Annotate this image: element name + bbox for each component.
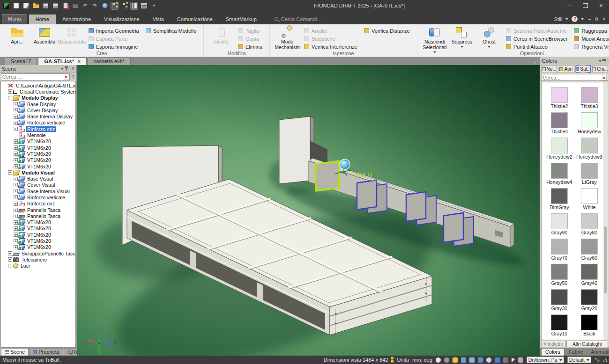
tree-expander-icon[interactable]: +: [14, 214, 18, 218]
ribbon-raggruppa-button[interactable]: Raggruppa: [571, 27, 609, 35]
tree-item-vt1m6x20[interactable]: VT1M6x20: [26, 219, 52, 225]
scene-panel-close-icon[interactable]: ×: [72, 66, 74, 71]
toggle-panel-icon[interactable]: [131, 2, 138, 9]
snap-icon[interactable]: [469, 357, 475, 363]
config-select[interactable]: Default: [567, 357, 591, 363]
swatch-ltgray[interactable]: LtGray: [574, 163, 604, 188]
catalog-sal-button[interactable]: Sal...: [575, 65, 591, 73]
undo-icon[interactable]: ↶: [82, 2, 89, 9]
redo-icon[interactable]: ↷: [91, 2, 98, 9]
dimension-label[interactable]: 334.0: [354, 171, 372, 179]
catalog-tab-animations[interactable]: Animations: [587, 349, 609, 356]
ribbon-nascondi-selezionati-button[interactable]: Nascondi Selezionati: [421, 26, 448, 53]
help-dropdown-icon[interactable]: [581, 18, 584, 20]
tree-expander-icon[interactable]: +: [14, 139, 18, 144]
ribbon-cerca-in-scenebrowser-button[interactable]: Cerca in SceneBrowser: [503, 35, 571, 43]
tree-expander-icon[interactable]: +: [8, 251, 12, 255]
swatch-honeydew4[interactable]: Honeydew4: [544, 163, 574, 188]
tree-item-mensole[interactable]: Mensole: [26, 132, 47, 138]
catalog-tab-colors[interactable]: Colors: [541, 348, 564, 356]
tree-item-rinforzo-oriz[interactable]: Rinforzo oriz: [26, 201, 56, 206]
tab-annotazione[interactable]: Annotazione: [56, 15, 97, 24]
styles-dropdown-icon[interactable]: [565, 18, 568, 20]
scene-menu-dropdown-icon[interactable]: [61, 68, 64, 70]
tree-item-rinforzo-verticale[interactable]: Rinforzo verticale: [26, 120, 66, 125]
ribbon-importa-geometria-button[interactable]: Importa Geometria: [85, 27, 142, 35]
minimize-icon[interactable]: [561, 0, 577, 11]
ruler-icon[interactable]: [391, 357, 394, 363]
swatch-white[interactable]: White: [574, 188, 604, 213]
tree-item-vt1m6x20[interactable]: VT1M6x20: [26, 244, 52, 250]
tab-list-dropdown-icon[interactable]: [533, 62, 536, 64]
tree-item-vt1m6x20[interactable]: VT1M6x20: [26, 138, 52, 144]
swatch-gray50[interactable]: Gray50: [544, 264, 574, 289]
tree-expander-icon[interactable]: +: [14, 164, 18, 168]
tree-expander-icon[interactable]: +: [14, 226, 18, 231]
swatch-thistle2[interactable]: Thistle2: [544, 87, 574, 112]
shaded-sphere-icon[interactable]: [436, 357, 441, 363]
tab-visualizzazione[interactable]: Visualizzazione: [97, 15, 146, 24]
tree-item-vt1m6x20[interactable]: VT1M6x20: [26, 238, 52, 244]
tree-expander-icon[interactable]: +: [14, 220, 18, 225]
more-dropdown-icon[interactable]: [150, 2, 157, 9]
catalog-tab-fabric[interactable]: Fabric: [565, 349, 587, 356]
tree-expander-icon[interactable]: +: [14, 208, 18, 212]
wireframe-sphere-icon[interactable]: [444, 357, 449, 363]
tree-expander-icon[interactable]: +: [14, 115, 18, 119]
tree-item-vt1m6x20[interactable]: VT1M6x20: [26, 151, 52, 157]
tab-comunicazione[interactable]: Comunicazione: [171, 15, 219, 24]
tree-item-vt1m6x20[interactable]: VT1M6x20: [26, 164, 52, 169]
colors-menu-dropdown-icon[interactable]: [599, 60, 602, 62]
swatch-gray80[interactable]: Gray80: [574, 213, 604, 239]
tree-item-rinforzo-verticale[interactable]: Rinforzo verticale: [26, 195, 66, 200]
ribbon-esporta-immagine-button[interactable]: Esporta Immagine: [85, 43, 142, 51]
ribbon-modo-mechanism-button[interactable]: Modo Mechanism: [274, 26, 301, 50]
doc-tab-ga-stl-ics[interactable]: GA-STL.ics*×: [38, 58, 86, 65]
insert-structure-icon[interactable]: [111, 2, 118, 9]
ribbon-semplifica-modello-button[interactable]: Semplifica Modello: [142, 27, 200, 35]
tree-item-vt1m6x20[interactable]: VT1M6x20: [26, 157, 52, 163]
tree-expander-icon[interactable]: +: [8, 257, 12, 262]
tree-item-cover-visual[interactable]: Cover Visual: [26, 182, 56, 188]
redo-faded-icon[interactable]: [503, 357, 508, 363]
save-icon[interactable]: [42, 2, 49, 9]
filter-icon[interactable]: [71, 75, 75, 79]
tree-item-base-interna-display[interactable]: Base Interna Display: [26, 114, 74, 119]
details-list-icon[interactable]: [141, 2, 148, 9]
ribbon-assembla-button[interactable]: Assembla: [31, 26, 58, 44]
maximize-icon[interactable]: [577, 0, 593, 11]
tree-item-vt1m6x20[interactable]: VT1M6x20: [26, 232, 52, 238]
ribbon-elimina-button[interactable]: Elimina: [235, 43, 266, 51]
swatch-gray10[interactable]: Gray10: [544, 314, 574, 340]
tree-expander-icon[interactable]: +: [14, 245, 18, 249]
doc-restore-icon[interactable]: ⧉: [595, 16, 598, 22]
close-file-icon[interactable]: [22, 2, 30, 9]
insert-structure-alt-icon[interactable]: [121, 2, 128, 9]
tree-item-luci[interactable]: Luci: [20, 263, 30, 269]
tree-item-sviluppatopannello-tasca[interactable]: SviluppatoPannello Tasca: [21, 251, 76, 256]
swatch-black[interactable]: Black: [574, 314, 604, 340]
colors-clear-search-icon[interactable]: ×: [602, 75, 607, 80]
swatch-gray40[interactable]: Gray40: [574, 264, 604, 289]
cursor-arrow-icon[interactable]: [512, 357, 515, 363]
ribbon-verifica-interferenze-button[interactable]: Verifica Interferenze: [301, 43, 361, 51]
tree-expander-icon[interactable]: +: [14, 233, 18, 237]
ribbon-muovi-ancora-button[interactable]: Muovi Ancora: [571, 35, 609, 43]
catalog-nu-button[interactable]: Nu...: [541, 65, 557, 73]
command-search[interactable]: Cerca Comandi...: [275, 16, 321, 22]
tree-expander-icon[interactable]: +: [14, 183, 18, 187]
tree-item-rinforzo-oriz[interactable]: Rinforzo oriz: [26, 126, 56, 132]
swatch-gray20[interactable]: Gray20: [574, 289, 604, 314]
doc-tab-scena17[interactable]: Scena17: [5, 58, 37, 65]
swatch-honeydew2[interactable]: Honeydew2: [544, 138, 574, 163]
swatch-gray30[interactable]: Gray30: [544, 289, 574, 314]
dots-icon[interactable]: [486, 357, 491, 363]
swatch-scrollbar[interactable]: [603, 82, 607, 340]
tab-menu[interactable]: Menu: [2, 14, 27, 23]
tree-item-vt1m6x20[interactable]: VT1M6x20: [26, 145, 52, 151]
app-logo-icon[interactable]: [3, 2, 10, 9]
blue-cube-icon[interactable]: [461, 357, 466, 363]
swatch-gray70[interactable]: Gray70: [544, 239, 574, 264]
yellow-box-icon[interactable]: [453, 357, 458, 363]
pin-icon[interactable]: [66, 66, 69, 71]
